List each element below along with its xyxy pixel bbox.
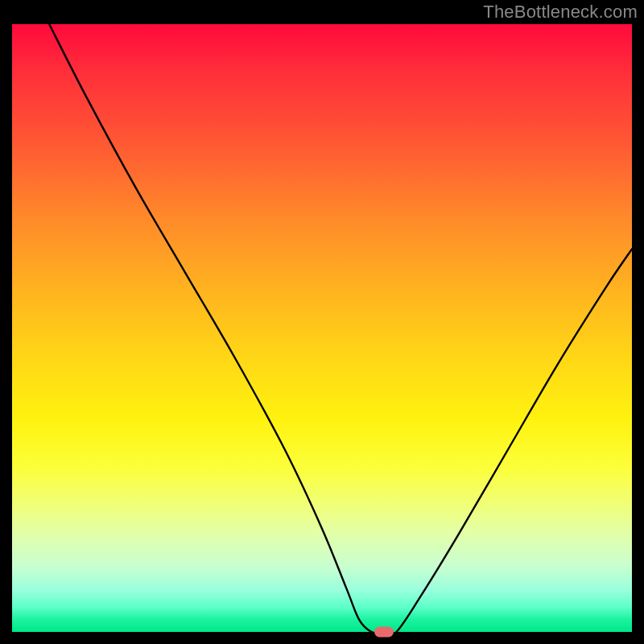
chart-frame: TheBottleneck.com xyxy=(0,0,644,644)
plot-area xyxy=(12,24,632,632)
curve-path xyxy=(49,24,632,632)
watermark-text: TheBottleneck.com xyxy=(483,2,638,23)
optimal-point-marker xyxy=(374,627,394,638)
bottleneck-curve xyxy=(12,24,632,632)
